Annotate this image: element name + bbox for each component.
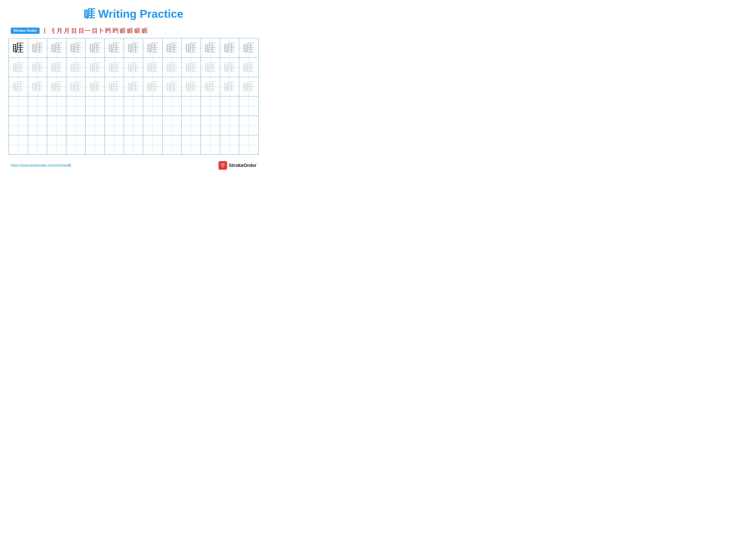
- grid-cell: 睚: [9, 38, 28, 58]
- grid-cell: 睚: [239, 38, 258, 58]
- grid-cell: 睚: [162, 58, 182, 77]
- grid-cell: 睚: [28, 58, 47, 77]
- grid-cell: 睚: [86, 38, 105, 58]
- grid-row: 睚睚睚睚睚睚睚睚睚睚睚睚睚: [9, 58, 258, 77]
- stroke-char: 月: [56, 28, 63, 34]
- stroke-char: 睚: [120, 28, 126, 34]
- grid-cell: 睚: [67, 77, 86, 96]
- grid-cell: 睚: [182, 38, 201, 58]
- cell-character: 睚: [147, 62, 158, 73]
- cell-character: 睚: [32, 42, 43, 54]
- grid-cell: [67, 96, 86, 116]
- grid-cell: 睚: [47, 58, 67, 77]
- cell-character: 睚: [243, 42, 254, 54]
- cell-character: 睚: [147, 42, 158, 54]
- cell-character: 睚: [109, 42, 120, 54]
- stroke-char: 眄: [113, 28, 119, 34]
- grid-cell: 睚: [201, 38, 220, 58]
- grid-cell: [86, 116, 105, 135]
- grid-cell: [201, 135, 220, 154]
- page-title: 睚 Writing Practice: [84, 8, 183, 20]
- grid-cell: [47, 116, 67, 135]
- grid-cell: [182, 96, 201, 116]
- cell-character: 睚: [243, 62, 254, 73]
- cell-character: 睚: [147, 81, 158, 92]
- cell-character: 睚: [90, 81, 101, 92]
- grid-cell: 睚: [182, 58, 201, 77]
- grid-cell: [9, 135, 28, 154]
- grid-cell: [105, 96, 124, 116]
- stroke-chars: 丨刂月月目目一目卜眄眄睚睚睚睚: [42, 28, 148, 34]
- grid-cell: 睚: [67, 38, 86, 58]
- grid-cell: [143, 135, 162, 154]
- grid-cell: 睚: [105, 77, 124, 96]
- cell-character: 睚: [128, 81, 139, 92]
- cell-character: 睚: [51, 81, 62, 92]
- cell-character: 睚: [224, 81, 235, 92]
- grid-cell: [220, 135, 239, 154]
- grid-cell: 睚: [201, 77, 220, 96]
- cell-character: 睚: [109, 62, 120, 73]
- grid-cell: 睚: [67, 58, 86, 77]
- stroke-char: 眄: [105, 28, 111, 34]
- stroke-char: 目一: [78, 28, 91, 34]
- grid-cell: [67, 135, 86, 154]
- grid-cell: 睚: [182, 77, 201, 96]
- cell-character: 睚: [128, 62, 139, 73]
- cell-character: 睚: [186, 81, 197, 92]
- grid-cell: [47, 135, 67, 154]
- stroke-char: 目卜: [92, 28, 104, 34]
- cell-character: 睚: [51, 62, 62, 73]
- grid-cell: [239, 116, 258, 135]
- cell-character: 睚: [128, 42, 139, 54]
- grid-cell: 睚: [105, 58, 124, 77]
- grid-cell: 睚: [28, 38, 47, 58]
- stroke-char: 睚: [134, 28, 141, 34]
- grid-cell: [143, 116, 162, 135]
- grid-cell: [124, 96, 143, 116]
- grid-cell: [124, 116, 143, 135]
- grid-cell: [201, 116, 220, 135]
- grid-cell: 睚: [220, 77, 239, 96]
- cell-character: 睚: [13, 62, 24, 73]
- cell-character: 睚: [70, 42, 81, 54]
- grid-cell: 睚: [143, 58, 162, 77]
- footer-url[interactable]: https://www.strokeorder.com/chinese/睚: [11, 163, 71, 168]
- grid-cell: 睚: [9, 77, 28, 96]
- cell-character: 睚: [205, 62, 216, 73]
- grid-cell: 睚: [47, 77, 67, 96]
- grid-cell: [9, 96, 28, 116]
- cell-character: 睚: [166, 81, 177, 92]
- cell-character: 睚: [205, 81, 216, 92]
- stroke-char: 目: [71, 28, 77, 34]
- cell-character: 睚: [243, 81, 254, 92]
- cell-character: 睚: [70, 81, 81, 92]
- cell-character: 睚: [32, 81, 43, 92]
- grid-cell: [162, 116, 182, 135]
- grid-cell: [143, 96, 162, 116]
- brand-name: StrokeOrder: [229, 163, 256, 168]
- grid-row: [9, 135, 258, 154]
- grid-cell: 睚: [143, 77, 162, 96]
- grid-cell: 睚: [124, 38, 143, 58]
- cell-character: 睚: [224, 62, 235, 73]
- footer: https://www.strokeorder.com/chinese/睚 字 …: [9, 161, 258, 170]
- grid-cell: [67, 116, 86, 135]
- cell-character: 睚: [186, 42, 197, 54]
- grid-cell: 睚: [9, 58, 28, 77]
- cell-character: 睚: [205, 42, 216, 54]
- stroke-char: 睚: [127, 28, 133, 34]
- footer-brand: 字 StrokeOrder: [219, 161, 256, 170]
- grid-cell: 睚: [239, 77, 258, 96]
- grid-cell: 睚: [86, 58, 105, 77]
- title-area: 睚 Writing Practice: [9, 7, 258, 21]
- grid-row: 睚睚睚睚睚睚睚睚睚睚睚睚睚: [9, 77, 258, 96]
- grid-cell: 睚: [220, 38, 239, 58]
- grid-cell: [239, 96, 258, 116]
- grid-cell: 睚: [86, 77, 105, 96]
- cell-character: 睚: [166, 42, 177, 54]
- grid-cell: 睚: [239, 58, 258, 77]
- grid-cell: [105, 135, 124, 154]
- grid-cell: [9, 116, 28, 135]
- grid-cell: [28, 135, 47, 154]
